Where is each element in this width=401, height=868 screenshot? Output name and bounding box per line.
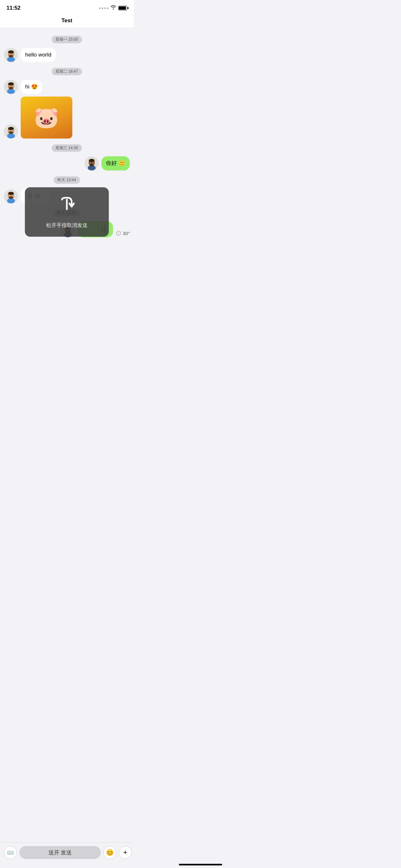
nav-bar: Test — [0, 14, 134, 28]
svg-point-25 — [10, 130, 10, 131]
cancel-text: 松开手指取消发送 — [46, 222, 88, 229]
battery-icon — [118, 6, 127, 10]
message-row: hi 😍 — [4, 80, 130, 94]
cancel-arrow-icon — [57, 197, 76, 218]
svg-point-16 — [10, 86, 10, 86]
svg-point-12 — [9, 87, 13, 89]
message-bubble-hello[interactable]: hello world — [21, 48, 56, 62]
chat-area: 星期一 15:00 hello world — [0, 28, 134, 274]
svg-point-19 — [7, 133, 15, 138]
svg-point-1 — [7, 57, 15, 62]
message-row-right: 你好 🙂 — [4, 156, 130, 170]
svg-point-7 — [10, 54, 10, 54]
message-bubble-nihao[interactable]: 你好 🙂 — [101, 156, 130, 170]
svg-point-34 — [89, 164, 94, 166]
svg-point-43 — [12, 195, 12, 196]
svg-point-13 — [8, 82, 14, 86]
avatar-left — [4, 80, 18, 94]
svg-point-22 — [8, 127, 14, 130]
timestamp-monday: 星期一 15:00 — [0, 36, 134, 43]
status-time: 11:52 — [6, 5, 20, 11]
svg-point-10 — [7, 89, 15, 94]
loading-spinner-icon: ⊙ — [116, 229, 121, 237]
svg-point-36 — [7, 198, 15, 204]
message-row: hello world — [4, 48, 130, 62]
avatar-left — [4, 48, 18, 62]
nav-title: Test — [61, 18, 72, 24]
signal-dots-icon — [99, 7, 109, 9]
message-image-peppa[interactable]: 🐷 — [21, 97, 72, 138]
message-row-image: 🐷 — [4, 97, 130, 138]
wifi-icon — [111, 5, 116, 11]
timestamp-wednesday: 星期三 14:30 — [0, 144, 134, 152]
status-icons — [99, 5, 127, 11]
svg-point-17 — [12, 86, 12, 86]
voice-duration-right: 30" — [123, 230, 130, 236]
svg-point-4 — [8, 51, 14, 54]
svg-point-3 — [9, 55, 13, 58]
svg-point-8 — [12, 54, 12, 54]
message-bubble-hi[interactable]: hi 😍 — [21, 80, 42, 94]
svg-point-39 — [8, 192, 14, 195]
avatar-left — [4, 189, 18, 204]
svg-point-26 — [12, 130, 12, 131]
svg-point-38 — [9, 196, 13, 199]
avatar-right — [85, 156, 99, 170]
svg-point-21 — [9, 131, 13, 134]
avatar-left — [4, 124, 18, 138]
status-bar: 11:52 — [0, 0, 134, 14]
timestamp-yesterday1: 昨天 13:44 — [0, 176, 134, 184]
cancel-send-overlay: 松开手指取消发送 — [25, 187, 109, 237]
svg-point-42 — [10, 195, 10, 196]
timestamp-tuesday: 星期二 18:47 — [0, 68, 134, 75]
